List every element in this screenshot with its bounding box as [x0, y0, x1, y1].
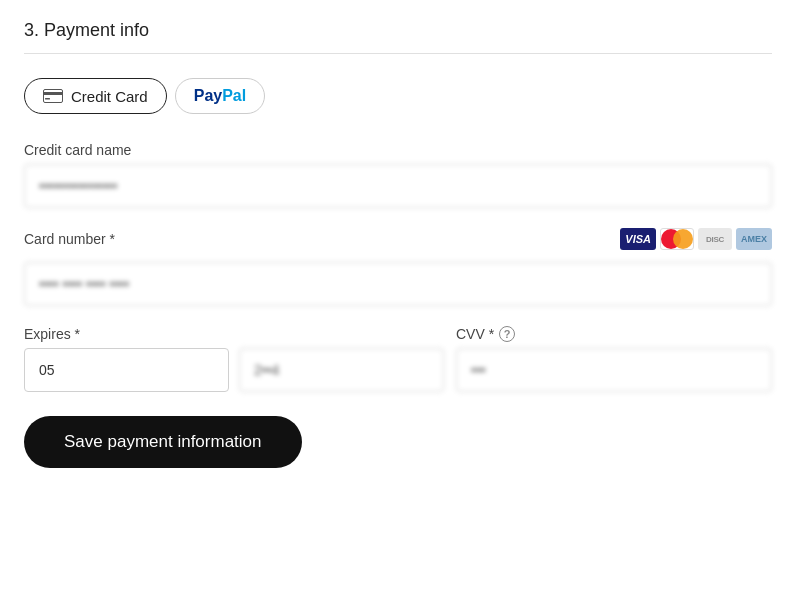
- discover-icon: DISC: [698, 228, 732, 250]
- save-button-label: Save payment information: [64, 432, 262, 452]
- card-number-label: Card number *: [24, 231, 115, 247]
- paypal-logo: PayPal: [194, 87, 246, 105]
- credit-card-tab-label: Credit Card: [71, 88, 148, 105]
- payment-tabs: Credit Card PayPal: [24, 78, 772, 114]
- tab-paypal[interactable]: PayPal: [175, 78, 265, 114]
- cvv-label: CVV *: [456, 326, 494, 342]
- card-number-input[interactable]: [24, 262, 772, 306]
- card-name-label: Credit card name: [24, 142, 772, 158]
- card-number-group: Card number * VISA DISC AMEX: [24, 228, 772, 306]
- card-name-group: Credit card name: [24, 142, 772, 208]
- card-name-input[interactable]: [24, 164, 772, 208]
- amex-icon: AMEX: [736, 228, 772, 250]
- mastercard-icon: [660, 228, 694, 250]
- svg-rect-2: [45, 98, 50, 100]
- cvv-group: CVV * ?: [456, 326, 772, 392]
- expires-label: Expires *: [24, 326, 444, 342]
- cvv-label-row: CVV * ?: [456, 326, 772, 342]
- svg-rect-1: [43, 92, 63, 95]
- tab-credit-card[interactable]: Credit Card: [24, 78, 167, 114]
- expires-cvv-row: Expires * CVV * ?: [24, 326, 772, 392]
- section-title: 3. Payment info: [24, 20, 772, 41]
- visa-icon: VISA: [620, 228, 656, 250]
- section-divider: [24, 53, 772, 54]
- card-number-label-row: Card number * VISA DISC AMEX: [24, 228, 772, 256]
- card-brand-icons: VISA DISC AMEX: [620, 228, 772, 250]
- credit-card-icon: [43, 89, 63, 103]
- save-payment-button[interactable]: Save payment information: [24, 416, 302, 468]
- expires-group: Expires *: [24, 326, 444, 392]
- cvv-help-icon[interactable]: ?: [499, 326, 515, 342]
- expires-year-input[interactable]: [239, 348, 444, 392]
- cvv-input[interactable]: [456, 348, 772, 392]
- expires-month-input[interactable]: [24, 348, 229, 392]
- svg-rect-0: [44, 90, 63, 103]
- expires-inputs: [24, 348, 444, 392]
